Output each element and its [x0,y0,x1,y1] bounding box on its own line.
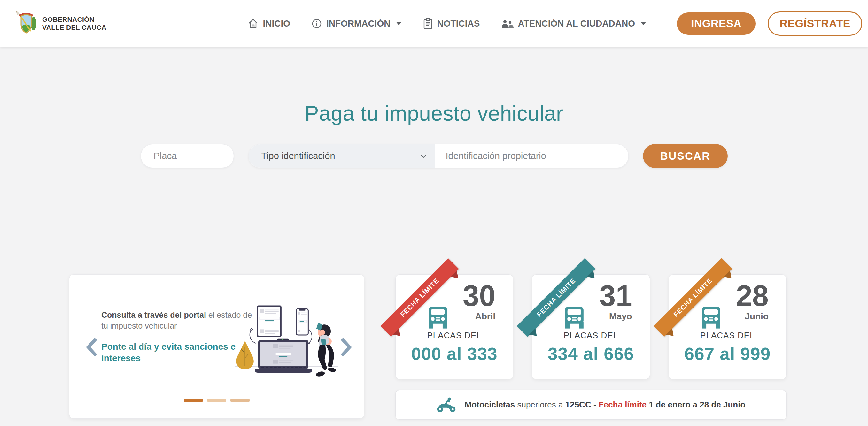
chevron-down-icon [396,22,402,25]
nav-noticias[interactable]: NOTICIAS [423,18,480,29]
chevron-down-icon [641,22,646,25]
deadline-card-mayo: FECHA LÍMITE [532,274,650,380]
carousel-prev-button[interactable] [86,337,97,358]
identificacion-input[interactable] [435,144,628,168]
auth-buttons: INGRESA REGÍSTRATE [677,11,862,36]
brand-line2: VALLE DEL CAUCA [42,24,106,31]
users-icon [501,18,514,29]
main-nav: INICIO INFORMACIÓN NOTICIAS [248,18,646,29]
date-block: 28 Junio [736,282,769,322]
deadline-section: FECHA LÍMITE [395,274,786,420]
owner-id-group: Tipo identificación [248,144,629,168]
car-icon [428,306,448,329]
carousel-line1-bold: Consulta a través del portal [101,310,206,319]
carousel-line2: Ponte al día y evita sanciones e interes… [101,341,255,364]
deadline-card-junio: FECHA LÍMITE [669,274,786,380]
info-icon [311,18,322,29]
moto-notice-text: Motocicletas superiores a 125CC - Fecha … [465,400,746,410]
moto-notice: Motocicletas superiores a 125CC - Fecha … [395,390,786,420]
carousel-slide-text: Consulta a través del portal el estado d… [101,310,255,364]
deadline-day: 28 [736,282,769,309]
registrate-button[interactable]: REGÍSTRATE [768,11,862,36]
plates-label: PLACAS DEL [396,330,513,340]
info-carousel: Consulta a través del portal el estado d… [69,274,364,419]
notice-bold-3: 1 de enero a 28 de Junio [647,400,745,409]
main-content: Paga tu impuesto vehicular Tipo identifi… [0,47,868,420]
chevron-right-icon [340,337,352,357]
nav-informacion-label: INFORMACIÓN [326,19,391,29]
deadline-month: Mayo [599,312,632,322]
car-icon [701,306,721,329]
chevron-left-icon [86,337,97,357]
notice-deadline: Fecha límite [598,400,647,409]
plates-range: 000 al 333 [396,343,513,364]
content-row: Consulta a través del portal el estado d… [69,274,786,420]
carousel-indicators [184,399,250,402]
home-icon [248,18,258,29]
nav-inicio-label: INICIO [263,19,290,29]
carousel-dot-3[interactable] [230,399,250,402]
deadline-card-abril: FECHA LÍMITE [395,274,513,380]
notice-regular: superiores a [515,400,565,409]
plates-label: PLACAS DEL [669,330,786,340]
buscar-button[interactable]: BUSCAR [643,144,728,168]
motorcycle-icon [437,397,456,413]
clipboard-icon [423,18,433,29]
tipo-identificacion-value: Tipo identificación [261,151,335,161]
date-block: 31 Mayo [599,282,632,322]
tipo-identificacion-select[interactable]: Tipo identificación [249,144,435,168]
deadline-day: 30 [463,282,495,309]
car-icon [564,306,585,329]
plates-range: 334 al 666 [532,343,649,364]
date-block: 30 Abril [463,282,495,322]
placa-input[interactable] [141,144,234,168]
nav-noticias-label: NOTICIAS [437,19,480,29]
brand-name: GOBERNACIÓN VALLE DEL CAUCA [42,15,106,31]
nav-atencion-ciudadano[interactable]: ATENCIÓN AL CIUDADANO [501,18,646,29]
header: GOBERNACIÓN VALLE DEL CAUCA INICIO INFOR… [0,0,868,47]
logo[interactable]: GOBERNACIÓN VALLE DEL CAUCA [15,11,106,36]
brand-line1: GOBERNACIÓN [42,15,106,23]
nav-informacion[interactable]: INFORMACIÓN [311,18,402,29]
ingresa-button[interactable]: INGRESA [677,12,755,35]
deadline-day: 31 [599,282,632,309]
nav-inicio[interactable]: INICIO [248,18,290,29]
carousel-dot-2[interactable] [207,399,226,402]
vehicle-search-form: Tipo identificación BUSCAR [0,144,868,168]
chevron-down-icon [420,154,427,158]
carousel-next-button[interactable] [340,337,352,358]
notice-bold-2: 125CC - [565,400,598,409]
nav-atencion-label: ATENCIÓN AL CIUDADANO [518,19,635,29]
plates-label: PLACAS DEL [532,330,649,340]
deadline-month: Abril [463,312,495,322]
notice-bold-1: Motocicletas [465,400,515,409]
carousel-dot-1[interactable] [184,399,203,402]
gobernacion-crest-icon [15,11,38,36]
plates-range: 667 al 999 [669,343,786,364]
carousel-line1: Consulta a través del portal el estado d… [101,310,255,331]
page-title: Paga tu impuesto vehicular [0,47,868,126]
deadline-cards: FECHA LÍMITE [395,274,786,380]
deadline-month: Junio [736,312,769,322]
